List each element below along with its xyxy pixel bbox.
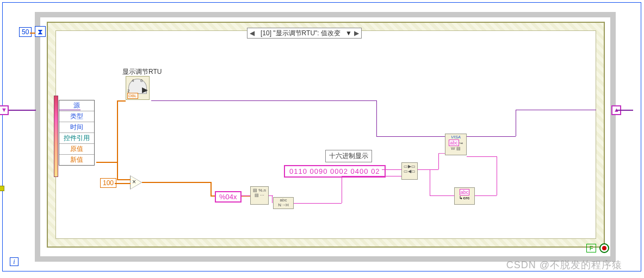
wire	[242, 195, 250, 196]
wire	[467, 156, 497, 157]
concatenate-strings-node[interactable]: ▭▶▭ ▭◀▭	[401, 162, 418, 180]
case-dropdown-icon[interactable]: ▼	[345, 29, 352, 37]
event-field-newval: 新值	[59, 154, 94, 165]
wire	[497, 156, 497, 195]
format-into-string-node[interactable]: ▤ %.n ▤ ⋯	[250, 186, 269, 205]
crc-label: abc	[455, 189, 474, 195]
event-field-ctlref: 控件引用	[59, 132, 94, 143]
wire	[294, 203, 342, 204]
wire	[117, 179, 131, 180]
wire	[516, 110, 516, 136]
wire	[210, 182, 212, 195]
control-label: 显示调节RTU	[122, 67, 162, 77]
hex-to-number-node[interactable]: abc N→H	[273, 197, 294, 209]
node-glyph: ▭▶▭	[402, 164, 417, 169]
node-glyph: W ▤	[445, 146, 466, 151]
stop-terminal-icon	[599, 243, 609, 253]
wire	[9, 110, 36, 111]
wire	[376, 136, 445, 137]
event-structure	[47, 22, 605, 248]
wire	[467, 136, 516, 137]
numeric-control-terminal[interactable]: 2 4 6 8 ▶ DBL	[126, 76, 150, 100]
visa-write-node[interactable]: VISA abc↝ W ▤	[445, 134, 467, 155]
event-case-label: [10] "显示调节RTU": 值改变	[256, 29, 345, 38]
watermark-text: CSDN @不脱发的程序猿	[506, 258, 622, 271]
event-case-selector[interactable]: ◀ [10] "显示调节RTU": 值改变 ▼ ▶	[247, 28, 362, 39]
hex-display-label: 十六进制显示	[325, 150, 372, 162]
node-glyph: ▤ %.n	[251, 188, 268, 193]
wire	[438, 153, 445, 154]
wire	[516, 110, 596, 110]
node-glyph: ▭◀▭	[402, 169, 417, 174]
wire	[117, 100, 126, 102]
next-case-arrow-icon[interactable]: ▶	[352, 29, 361, 37]
wire	[376, 100, 377, 136]
event-field-type: 类型	[59, 111, 94, 122]
dial-mark: 4	[132, 78, 134, 83]
wire	[438, 153, 439, 169]
wire	[115, 183, 131, 184]
crc-subvi-node[interactable]: abc ↳crc	[454, 187, 475, 205]
event-case-body	[55, 30, 596, 239]
node-glyph: ▤ ⋯	[251, 193, 268, 198]
labview-block-diagram: 50 ⧗ i F ◀ [10] "显示调节RTU": 值改变 ▼ ▶ 源 类型 …	[0, 0, 644, 278]
output-arrow-icon: ▶	[142, 85, 148, 94]
wire	[272, 195, 273, 203]
constant-100[interactable]: 100	[100, 178, 116, 188]
wire	[117, 100, 118, 180]
wire	[151, 100, 376, 101]
wire	[475, 195, 497, 196]
event-field-oldval: 原值	[59, 143, 94, 154]
wire	[30, 33, 35, 34]
event-data-tunnel	[54, 96, 58, 177]
shift-register-left	[0, 105, 9, 115]
wire	[382, 169, 401, 170]
dbl-type-tag: DBL	[127, 93, 138, 99]
node-glyph: N→H	[274, 203, 293, 207]
wire	[616, 110, 633, 111]
wire	[96, 162, 117, 163]
iteration-terminal: i	[10, 257, 18, 266]
wire	[430, 195, 454, 196]
prev-case-arrow-icon[interactable]: ◀	[247, 29, 256, 37]
stop-boolean-constant[interactable]: F	[586, 244, 596, 252]
wire	[142, 182, 210, 183]
hourglass-icon: ⧗	[35, 26, 46, 37]
crc-sublabel: ↳crc	[455, 195, 474, 200]
wire	[342, 176, 342, 203]
dial-mark: 6	[140, 78, 143, 83]
wire	[59, 110, 81, 110]
loop-condition: F	[586, 243, 609, 253]
visa-label: VISA	[445, 135, 466, 140]
wire	[418, 169, 438, 170]
wire	[430, 169, 430, 195]
wire	[342, 176, 401, 176]
multiply-symbol-icon: ×	[132, 178, 136, 186]
format-string-constant[interactable]: %04x	[215, 191, 242, 203]
visa-sublabel: abc↝	[445, 140, 466, 146]
event-field-time: 时间	[59, 122, 94, 132]
tunnel	[0, 186, 4, 191]
wait-ms-constant[interactable]: 50	[19, 27, 32, 37]
